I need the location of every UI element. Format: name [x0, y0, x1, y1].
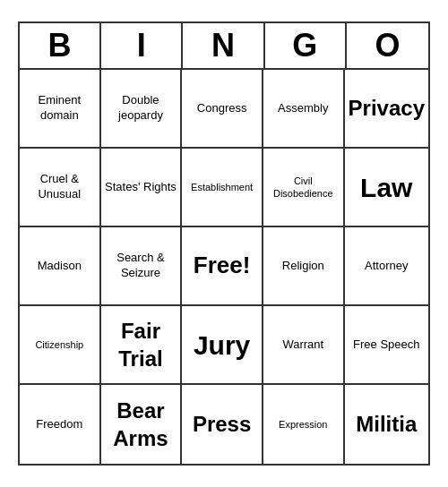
bingo-cell: Double jeopardy	[101, 70, 183, 149]
bingo-cell: Establishment	[182, 149, 263, 227]
bingo-cell: Congress	[182, 70, 263, 149]
header-letter: O	[347, 23, 428, 68]
bingo-cell: Freedom	[20, 385, 101, 464]
bingo-cell: Free Speech	[345, 306, 428, 385]
bingo-cell: States' Rights	[101, 149, 183, 227]
bingo-header: BINGO	[20, 23, 428, 70]
bingo-card: BINGO Eminent domainDouble jeopardyCongr…	[18, 21, 430, 466]
bingo-cell: Religion	[263, 227, 345, 306]
bingo-cell: Madison	[20, 227, 101, 306]
bingo-cell: Eminent domain	[20, 70, 101, 149]
bingo-cell: Cruel & Unusual	[20, 149, 101, 227]
bingo-cell: Militia	[345, 385, 428, 464]
bingo-cell: Assembly	[263, 70, 345, 149]
bingo-cell: Search & Seizure	[101, 227, 183, 306]
bingo-cell: Jury	[182, 306, 263, 385]
bingo-cell: Expression	[263, 385, 345, 464]
header-letter: I	[101, 23, 183, 68]
header-letter: N	[183, 23, 264, 68]
bingo-cell: Warrant	[263, 306, 345, 385]
bingo-cell: Privacy	[345, 70, 428, 149]
bingo-cell: Free!	[182, 227, 263, 306]
bingo-cell: Press	[182, 385, 263, 464]
header-letter: B	[20, 23, 101, 68]
bingo-cell: Bear Arms	[101, 385, 183, 464]
bingo-cell: Civil Disobedience	[263, 149, 345, 227]
bingo-grid: Eminent domainDouble jeopardyCongressAss…	[20, 70, 428, 464]
bingo-cell: Citizenship	[20, 306, 101, 385]
bingo-cell: Attorney	[345, 227, 428, 306]
header-letter: G	[265, 23, 347, 68]
bingo-cell: Law	[345, 149, 428, 227]
bingo-cell: Fair Trial	[101, 306, 183, 385]
